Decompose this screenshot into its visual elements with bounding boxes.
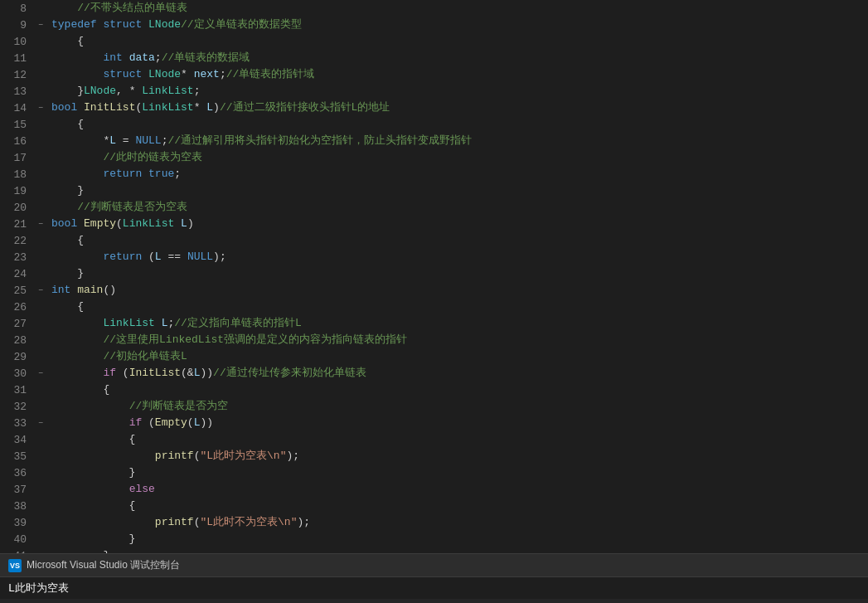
- fold-gutter[interactable]: −: [33, 286, 48, 295]
- fold-gutter[interactable]: −: [33, 220, 48, 229]
- code-line: 35 printf("L此时为空表\n");: [0, 448, 868, 464]
- kw-token: NULL: [135, 134, 161, 147]
- code-content: bool InitList(LinkList* L)//通过二级指针接收头指针L…: [48, 100, 868, 116]
- code-content: struct LNode* next;//单链表的指针域: [48, 66, 868, 83]
- line-number: 31: [0, 384, 33, 396]
- op-token: ;: [174, 168, 181, 180]
- op-token: [51, 367, 103, 379]
- param-token: L: [206, 101, 213, 114]
- code-line: 15 {: [0, 116, 868, 133]
- type-token: LinkList: [142, 101, 193, 114]
- fold-gutter[interactable]: −: [33, 104, 48, 113]
- code-content: }: [48, 547, 868, 553]
- code-content: }LNode, * LinkList;: [48, 83, 868, 100]
- code-line: 37 else: [0, 481, 868, 498]
- debug-title-bar: VS Microsoft Visual Studio 调试控制台: [0, 554, 868, 577]
- code-line: 31 {: [0, 382, 868, 398]
- op-token: [51, 168, 103, 180]
- comment-token: //通过解引用将头指针初始化为空指针，防止头指针变成野指针: [167, 134, 472, 147]
- comment-token: //通过传址传参来初始化单链表: [213, 367, 366, 379]
- code-content: {: [48, 116, 868, 133]
- kw-token: return: [103, 168, 142, 180]
- code-content: int main(): [48, 282, 868, 299]
- op-token: [51, 416, 129, 429]
- op-token: [51, 151, 103, 163]
- code-content: //判断链表是否为空表: [48, 199, 868, 216]
- op-token: (: [142, 416, 155, 429]
- op-token: )): [200, 416, 213, 429]
- comment-token: //定义单链表的数据类型: [181, 18, 302, 31]
- comment-token: //判断链表是否为空: [129, 400, 229, 412]
- op-token: {: [51, 300, 84, 313]
- line-number: 18: [0, 168, 33, 181]
- op-token: {: [51, 118, 84, 130]
- var-token: next: [194, 68, 220, 80]
- line-number: 17: [0, 152, 33, 164]
- line-number: 23: [0, 251, 33, 264]
- op-token: , *: [116, 85, 142, 97]
- op-token: ;: [220, 68, 226, 80]
- fold-gutter[interactable]: −: [33, 21, 48, 30]
- line-number: 15: [0, 119, 33, 131]
- code-line: 13 }LNode, * LinkList;: [0, 83, 868, 100]
- kw-token: int: [51, 284, 70, 296]
- op-token: ): [187, 217, 194, 230]
- line-number: 28: [0, 334, 33, 347]
- op-token: *: [181, 68, 194, 80]
- kw2-token: else: [129, 483, 155, 495]
- code-content: }: [48, 182, 868, 199]
- op-token: [77, 101, 84, 114]
- op-token: {: [51, 433, 135, 445]
- fold-gutter[interactable]: −: [33, 419, 48, 428]
- code-line: 10 {: [0, 33, 868, 50]
- fn-token: InitList: [84, 101, 135, 114]
- kw-token: bool: [51, 101, 77, 114]
- line-number: 12: [0, 69, 33, 81]
- code-editor: 8 //不带头结点的单链表9−typedef struct LNode//定义单…: [0, 0, 868, 603]
- type-token: LNode: [148, 18, 181, 31]
- comment-token: //单链表的数据域: [162, 51, 250, 64]
- fn-token: InitList: [129, 367, 181, 379]
- fn-token: main: [77, 284, 103, 296]
- op-token: ==: [162, 250, 187, 263]
- comment-token: //单链表的指针域: [226, 68, 315, 80]
- op-token: {: [51, 383, 109, 396]
- op-token: [51, 483, 129, 495]
- type-token: LinkList: [142, 85, 193, 97]
- code-line: 22 {: [0, 232, 868, 249]
- code-line: 38 {: [0, 498, 868, 514]
- code-line: 27 LinkList L;//定义指向单链表的指针L: [0, 315, 868, 332]
- op-token: }: [51, 267, 84, 280]
- op-token: )): [200, 367, 213, 379]
- code-content: else: [48, 481, 868, 498]
- op-token: [51, 350, 103, 362]
- line-number: 35: [0, 450, 33, 463]
- line-number: 16: [0, 135, 33, 148]
- debug-panel: VS Microsoft Visual Studio 调试控制台 L此时为空表: [0, 553, 868, 603]
- code-content: if (Empty(L)): [48, 415, 868, 431]
- op-token: [51, 51, 103, 64]
- op-token: *: [194, 101, 207, 114]
- line-number: 34: [0, 434, 33, 446]
- op-token: [142, 18, 148, 31]
- op-token: *: [51, 134, 109, 147]
- line-number: 14: [0, 102, 33, 114]
- type-token: LinkList: [103, 317, 154, 329]
- code-line: 23 return (L == NULL);: [0, 249, 868, 265]
- fn-token: Empty: [84, 217, 116, 230]
- op-token: [51, 400, 129, 412]
- code-content: {: [48, 299, 868, 315]
- kw-token: true: [148, 168, 174, 180]
- op-token: [51, 333, 103, 346]
- line-number: 9: [0, 19, 33, 32]
- comment-token: //不带头结点的单链表: [51, 2, 187, 14]
- line-number: 10: [0, 36, 33, 48]
- code-area: 8 //不带头结点的单链表9−typedef struct LNode//定义单…: [0, 0, 868, 553]
- comment-token: //通过二级指针接收头指针L的地址: [220, 101, 390, 114]
- op-token: );: [213, 250, 226, 263]
- code-content: //此时的链表为空表: [48, 149, 868, 166]
- fold-gutter[interactable]: −: [33, 369, 48, 378]
- op-token: [174, 217, 181, 230]
- code-content: {: [48, 33, 868, 50]
- str-token: "L此时不为空表\n": [200, 516, 297, 528]
